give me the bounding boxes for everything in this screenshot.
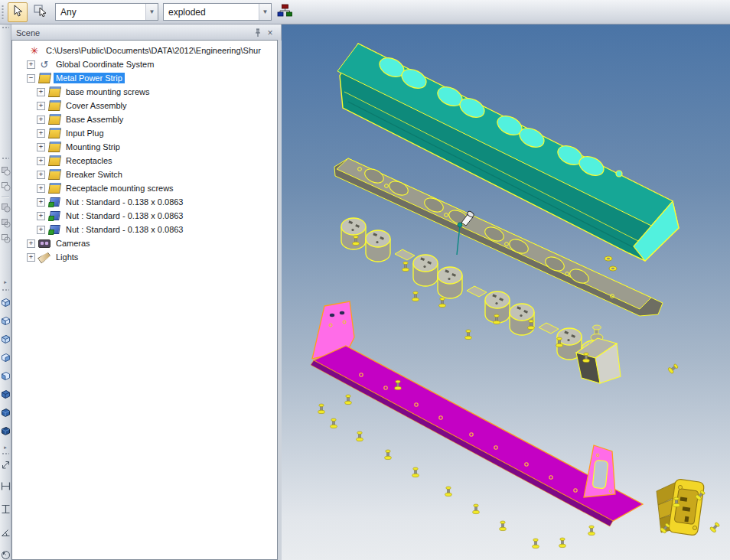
assembly-icon <box>38 73 51 83</box>
cameras-icon <box>38 238 51 249</box>
tree-item[interactable]: + Lights <box>12 250 277 264</box>
expand-toggle-icon[interactable]: + <box>37 198 45 207</box>
select-tool-button[interactable] <box>8 2 28 22</box>
expand-toggle-icon[interactable]: + <box>37 143 45 151</box>
selection-filter-value: Any <box>56 7 145 18</box>
scene-structure-icon <box>277 4 292 21</box>
tree-item[interactable]: + Nut : Standard - 0.138 x 0.0863 <box>12 195 277 209</box>
expand-toggle-icon[interactable]: + <box>27 253 35 262</box>
tree-item[interactable]: + Cover Assembly <box>12 99 277 112</box>
tree-item[interactable]: + Receptacles <box>12 154 277 168</box>
assembly-icon <box>48 155 60 166</box>
part-cover[interactable] <box>337 44 679 261</box>
combine-outline-icon[interactable] <box>0 180 11 192</box>
solid-view-1-icon[interactable] <box>0 388 11 400</box>
part-input-plug[interactable] <box>657 479 705 536</box>
iso-view-5-icon[interactable] <box>0 370 11 382</box>
assembly-icon <box>48 183 60 194</box>
tree-item[interactable]: + Breaker Switch <box>12 168 277 181</box>
expand-toggle-icon[interactable]: + <box>37 171 45 179</box>
subtract-icon[interactable] <box>0 201 11 213</box>
3d-viewport[interactable] <box>282 24 730 560</box>
expand-toggle-icon[interactable]: + <box>27 60 35 69</box>
tree-item[interactable]: + Cameras <box>12 236 277 250</box>
tree-item[interactable]: + Base Assembly <box>12 112 277 126</box>
lights-icon <box>38 252 51 262</box>
dimension-vertical-icon[interactable] <box>0 503 11 515</box>
tree-item[interactable]: − Metal Power Strip <box>12 71 277 85</box>
expand-toggle-icon[interactable]: + <box>27 239 35 248</box>
part-nut-icon <box>48 224 60 235</box>
expand-toggle-icon[interactable]: + <box>37 88 45 96</box>
toolbar-grip[interactable] <box>1 4 5 21</box>
configuration-dropdown[interactable]: exploded ▼ <box>163 3 272 21</box>
iso-view-1-icon[interactable] <box>0 296 11 308</box>
expand-toggle-icon[interactable]: + <box>37 226 45 234</box>
document-root-icon: ✳ <box>28 45 41 56</box>
toolbar-grip[interactable] <box>2 452 9 455</box>
cursor-box-select-icon <box>34 5 47 20</box>
scene-panel: Scene × ✳ C:\Users\Public\Documents\DATA… <box>11 24 282 560</box>
iso-view-2-icon[interactable] <box>0 314 11 327</box>
tree-item[interactable]: + Nut : Standard - 0.138 x 0.0863 <box>12 209 277 223</box>
assembly-icon <box>48 142 60 152</box>
tree-item[interactable]: + Receptacle mounting screws <box>12 181 277 195</box>
expand-toggle-icon[interactable]: + <box>37 212 45 220</box>
left-toolbar: ▸ ▸ <box>0 24 11 560</box>
box-select-tool-button[interactable] <box>31 2 51 22</box>
assembly-icon <box>48 128 60 138</box>
tree-item[interactable]: ✳ C:\Users\Public\Documents\DATA\2012\En… <box>12 44 277 57</box>
configuration-value: exploded <box>164 7 259 18</box>
toolbar-grip[interactable] <box>2 26 9 29</box>
assembly-icon <box>48 100 60 111</box>
toolbar-overflow-arrow[interactable]: ▸ <box>0 276 11 288</box>
viewport-canvas[interactable] <box>282 24 730 560</box>
expand-toggle-icon[interactable]: + <box>37 129 45 138</box>
dimension-horizontal-icon[interactable] <box>0 480 11 492</box>
chevron-down-icon[interactable]: ▼ <box>259 4 271 20</box>
tree-item[interactable]: + Nut : Standard - 0.138 x 0.0863 <box>12 223 277 236</box>
tree-item[interactable]: + Input Plug <box>12 126 277 140</box>
tree-item[interactable]: + ↺ Global Coordinate System <box>12 57 277 71</box>
scene-tree: ✳ C:\Users\Public\Documents\DATA\2012\En… <box>11 40 278 560</box>
part-nut-icon <box>48 197 60 207</box>
solid-view-2-icon[interactable] <box>0 406 11 418</box>
cursor-arrow-icon <box>12 5 23 20</box>
part-breaker-switch[interactable] <box>576 325 621 383</box>
dimension-radius-icon[interactable] <box>0 549 11 560</box>
scene-panel-title: Scene <box>16 28 252 37</box>
coordinate-axes-icon: ↺ <box>38 59 51 70</box>
tree-item[interactable]: + Mounting Strip <box>12 140 277 154</box>
measure-pointer-icon[interactable] <box>0 458 11 470</box>
part-receptacles[interactable] <box>341 218 606 372</box>
chevron-down-icon[interactable]: ▼ <box>145 4 158 20</box>
selection-filter-dropdown[interactable]: Any ▼ <box>55 3 158 21</box>
part-nut-icon <box>48 210 60 221</box>
expand-toggle-icon[interactable]: + <box>37 157 45 165</box>
toolbar-grip[interactable] <box>2 157 9 160</box>
dimension-angle-icon[interactable] <box>0 526 11 538</box>
solid-view-3-icon[interactable] <box>0 425 11 437</box>
combine-solid-icon[interactable] <box>0 164 11 177</box>
exclude-icon[interactable] <box>0 232 11 244</box>
iso-view-3-icon[interactable] <box>0 333 11 345</box>
close-icon[interactable]: × <box>264 28 276 38</box>
expand-toggle-icon[interactable]: + <box>37 102 45 110</box>
iso-view-4-icon[interactable] <box>0 351 11 363</box>
assembly-icon <box>48 86 60 97</box>
assembly-icon <box>48 114 60 125</box>
top-toolbar: Any ▼ exploded ▼ <box>0 0 730 24</box>
scene-structure-button[interactable] <box>275 2 295 22</box>
expand-toggle-icon[interactable]: − <box>27 74 35 83</box>
pin-icon[interactable] <box>252 28 264 38</box>
assembly-icon <box>48 169 60 180</box>
expand-toggle-icon[interactable]: + <box>37 184 45 193</box>
expand-toggle-icon[interactable]: + <box>37 116 45 124</box>
toolbar-grip[interactable] <box>2 288 9 291</box>
scene-panel-header[interactable]: Scene × <box>11 24 282 41</box>
tree-item[interactable]: + base mounting screws <box>12 85 277 99</box>
intersect-icon[interactable] <box>0 217 11 229</box>
